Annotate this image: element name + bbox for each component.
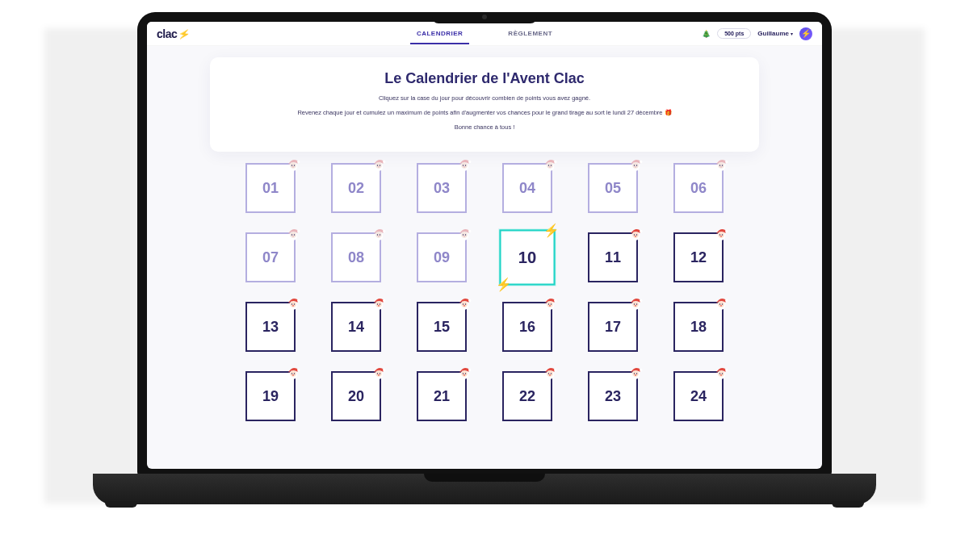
svg-point-21: [548, 165, 549, 165]
svg-point-136: [722, 373, 723, 374]
bolt-icon: ⚡: [543, 223, 559, 237]
svg-point-89: [549, 305, 551, 307]
day-cell-05[interactable]: 05: [588, 163, 638, 213]
svg-point-10: [380, 165, 380, 165]
svg-point-113: [378, 374, 380, 376]
svg-point-16: [465, 165, 466, 165]
svg-point-29: [635, 166, 636, 168]
day-cell-16[interactable]: 16: [502, 302, 552, 352]
tab-rules[interactable]: RÈGLEMENT: [501, 23, 559, 44]
svg-point-134: [725, 369, 728, 371]
santa-icon: [714, 228, 728, 242]
svg-point-112: [380, 373, 380, 374]
svg-point-135: [719, 373, 720, 374]
day-number: 12: [690, 249, 707, 266]
day-number: 07: [262, 249, 279, 266]
points-pill[interactable]: 500 pts: [717, 28, 751, 39]
svg-point-98: [725, 299, 728, 302]
day-number: 09: [434, 249, 450, 266]
svg-point-105: [292, 373, 292, 374]
day-cell-24[interactable]: 24: [673, 371, 724, 421]
svg-point-106: [294, 373, 295, 374]
day-cell-04[interactable]: 04: [502, 163, 552, 213]
santa-icon: [371, 158, 386, 173]
day-cell-06[interactable]: 06: [673, 163, 724, 213]
svg-point-51: [463, 234, 464, 235]
day-cell-10[interactable]: 10⚡⚡: [499, 229, 555, 285]
svg-point-40: [294, 234, 295, 235]
santa-icon: [714, 158, 728, 173]
svg-point-70: [294, 303, 295, 304]
day-cell-20[interactable]: 20: [331, 371, 381, 421]
santa-icon: [628, 297, 643, 311]
day-cell-01[interactable]: 01: [245, 163, 296, 213]
bolt-icon: ⚡: [496, 278, 511, 292]
svg-point-76: [380, 303, 380, 304]
day-cell-17[interactable]: 17: [588, 302, 638, 352]
santa-icon: [286, 228, 300, 242]
brand-logo[interactable]: clac ⚡: [157, 27, 191, 40]
svg-point-32: [725, 161, 728, 163]
day-cell-19[interactable]: 19: [245, 371, 296, 421]
svg-point-125: [549, 374, 551, 376]
svg-point-38: [297, 230, 300, 232]
svg-point-14: [468, 161, 471, 163]
day-cell-23[interactable]: 23: [588, 371, 638, 421]
svg-point-131: [635, 374, 636, 376]
day-cell-02[interactable]: 02: [331, 163, 381, 213]
svg-point-123: [548, 373, 549, 374]
svg-point-27: [634, 165, 635, 165]
day-cell-09[interactable]: 09: [417, 232, 467, 282]
svg-point-75: [377, 303, 378, 304]
day-number: 19: [262, 388, 279, 405]
svg-point-22: [551, 165, 552, 165]
day-number: 08: [348, 249, 364, 266]
brand-name: clac: [157, 27, 177, 40]
day-number: 13: [262, 319, 279, 336]
svg-point-57: [634, 234, 635, 235]
santa-icon: [457, 228, 472, 242]
day-cell-11[interactable]: 11: [588, 232, 638, 282]
svg-point-23: [549, 166, 551, 168]
svg-point-116: [468, 369, 471, 371]
svg-point-86: [554, 299, 556, 302]
day-cell-12[interactable]: 12: [673, 232, 724, 282]
day-number: 05: [605, 180, 621, 197]
svg-point-110: [383, 369, 385, 371]
svg-point-3: [292, 165, 292, 165]
svg-point-69: [292, 303, 292, 304]
santa-icon: [457, 158, 472, 173]
day-cell-21[interactable]: 21: [417, 371, 467, 421]
day-cell-22[interactable]: 22: [502, 371, 552, 421]
santa-icon: [286, 158, 300, 173]
points-label: 500 pts: [724, 31, 744, 36]
day-cell-18[interactable]: 18: [673, 302, 724, 352]
svg-point-65: [720, 236, 722, 237]
santa-icon: [714, 366, 728, 381]
svg-point-104: [297, 369, 300, 371]
hero-line-1: Cliquez sur la case du jour pour découvr…: [234, 94, 735, 103]
day-number: 18: [690, 319, 707, 336]
tab-calendar[interactable]: CALENDRIER: [410, 23, 469, 44]
day-number: 21: [434, 388, 450, 405]
svg-point-87: [548, 303, 549, 304]
svg-point-5: [292, 166, 294, 168]
day-cell-15[interactable]: 15: [417, 302, 467, 352]
day-cell-03[interactable]: 03: [417, 163, 467, 213]
santa-icon: [714, 297, 728, 311]
day-cell-13[interactable]: 13: [245, 302, 296, 352]
avatar[interactable]: ⚡: [799, 27, 812, 40]
page-title: Le Calendrier de l'Avent Clac: [234, 70, 735, 87]
day-cell-07[interactable]: 07: [245, 232, 296, 282]
user-menu[interactable]: Guillaume▾: [757, 30, 793, 37]
day-cell-08[interactable]: 08: [331, 232, 381, 282]
svg-point-2: [297, 161, 300, 163]
svg-point-83: [464, 305, 465, 307]
svg-point-137: [720, 374, 722, 376]
santa-icon: [371, 366, 386, 381]
calendar-grid: 01 02 03 04 05: [179, 163, 790, 421]
day-cell-14[interactable]: 14: [331, 302, 381, 352]
svg-point-100: [722, 303, 723, 304]
svg-point-59: [635, 236, 636, 237]
santa-icon: [371, 228, 386, 242]
